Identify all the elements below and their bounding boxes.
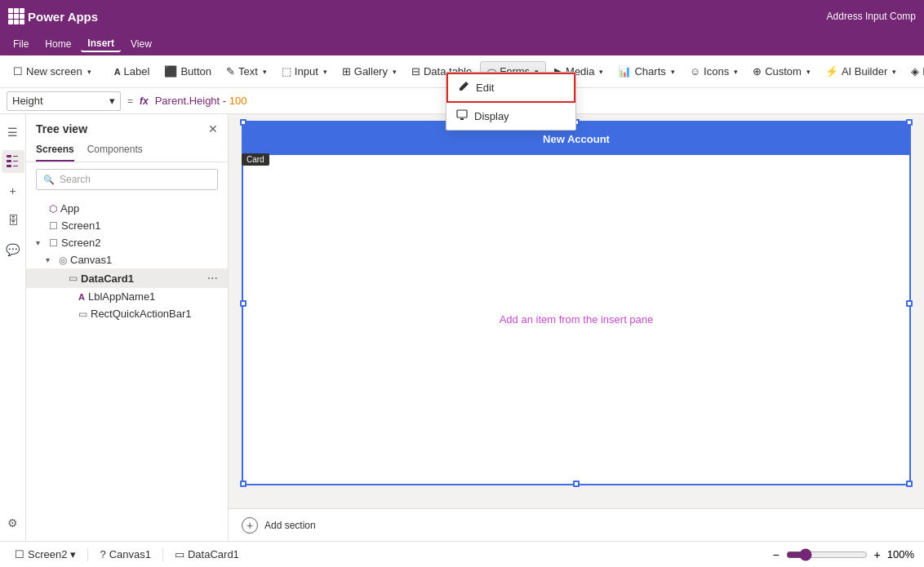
tree-node-screen1[interactable]: ☐ Screen1	[26, 217, 228, 234]
tree-tabs: Screens Components	[26, 140, 228, 162]
screen2-icon-status: ☐	[15, 548, 24, 560]
new-screen-button[interactable]: ☐ New screen ▾	[7, 62, 98, 81]
zoom-level: 100%	[887, 548, 914, 560]
main-layout: ☰ + 🗄 💬 ⚙ Tree view ✕ Screens Components…	[0, 114, 924, 541]
tree-node-lblappname1[interactable]: A LblAppName1	[26, 288, 228, 305]
status-screen2[interactable]: ☐ Screen2 ▾	[10, 547, 81, 562]
formula-property: Height	[189, 95, 220, 107]
sidebar-icon-menu[interactable]: ☰	[2, 121, 24, 144]
dropdown-edit-item[interactable]: Edit	[446, 73, 575, 103]
rect-icon: ▭	[78, 308, 87, 320]
formula-number: 100	[229, 95, 247, 107]
sidebar-icon-tree[interactable]	[2, 150, 24, 173]
form-preview[interactable]: New Account Add an item from the insert …	[242, 121, 911, 485]
address-label: Address Input Comp	[827, 11, 916, 22]
tree-node-app[interactable]: ⬡ App	[26, 200, 228, 217]
media-chevron: ▾	[599, 68, 603, 76]
ai-builder-button[interactable]: ⚡ AI Builder ▾	[819, 62, 903, 81]
text-button[interactable]: ✎ Text ▾	[220, 62, 273, 81]
svg-rect-4	[13, 161, 18, 162]
tree-close-button[interactable]: ✕	[208, 122, 218, 135]
waffle-icon[interactable]	[8, 8, 24, 24]
tab-screens[interactable]: Screens	[36, 140, 74, 162]
svg-rect-3	[13, 156, 18, 157]
add-section-label: Add section	[264, 520, 316, 531]
status-canvas1[interactable]: ? Canvas1	[95, 547, 156, 562]
charts-chevron: ▾	[671, 68, 675, 76]
label-button[interactable]: A Label	[108, 62, 157, 81]
form-header: New Account	[243, 122, 909, 155]
screen2-expand: ▾	[36, 238, 46, 247]
property-dropdown[interactable]: Height ▾	[7, 91, 121, 111]
screen1-label: Screen1	[61, 219, 218, 232]
tree-content: ⬡ App ☐ Screen1 ▾ ☐ Screen2 ▾ ◎ Canvas1	[26, 197, 228, 541]
canvas1-icon: ◎	[59, 255, 67, 266]
handle-bm	[573, 481, 580, 487]
handle-mr	[906, 300, 913, 307]
datacard1-label: DataCard1	[81, 272, 204, 285]
status-bar: ☐ Screen2 ▾ ? Canvas1 ▭ DataCard1 − + 10…	[0, 541, 924, 567]
sidebar-icon-data[interactable]: 🗄	[2, 209, 24, 232]
tree-node-rectquickactionbar1[interactable]: ▭ RectQuickActionBar1	[26, 305, 228, 322]
canvas1-expand: ▾	[46, 255, 56, 264]
status-right: − + 100%	[772, 548, 914, 561]
gallery-chevron: ▾	[393, 68, 397, 76]
input-button[interactable]: ⬚ Input ▾	[275, 62, 334, 81]
sidebar-icons: ☰ + 🗄 💬 ⚙	[0, 114, 26, 541]
add-section-bar[interactable]: + Add section	[229, 508, 924, 541]
charts-icon: 📊	[618, 65, 631, 78]
handle-br	[906, 481, 913, 487]
screen2-label: Screen2	[61, 237, 218, 249]
sidebar-icon-plus[interactable]: +	[2, 179, 24, 202]
tab-components[interactable]: Components	[87, 140, 143, 162]
tree-node-canvas1[interactable]: ▾ ◎ Canvas1	[26, 251, 228, 268]
tree-node-screen2[interactable]: ▾ ☐ Screen2	[26, 234, 228, 251]
status-sep-1	[87, 548, 88, 561]
svg-rect-0	[7, 155, 11, 157]
menu-home[interactable]: Home	[38, 37, 78, 51]
card-badge: Card	[242, 153, 269, 166]
handle-bl	[240, 481, 247, 487]
datacard1-more-button[interactable]: ···	[207, 271, 218, 286]
custom-button[interactable]: ⊕ Custom ▾	[746, 62, 817, 81]
gallery-button[interactable]: ⊞ Gallery ▾	[335, 62, 403, 81]
property-dropdown-chevron: ▾	[109, 95, 115, 107]
handle-ml	[240, 300, 247, 307]
sidebar-icon-settings[interactable]: ⚙	[2, 512, 24, 534]
icons-button[interactable]: ☺ Icons ▾	[683, 62, 744, 81]
canvas1-icon-status: ?	[100, 548, 105, 560]
dropdown-display-item[interactable]: Display	[446, 103, 575, 130]
svg-rect-7	[460, 118, 464, 120]
status-datacard1[interactable]: ▭ DataCard1	[170, 547, 244, 562]
status-screen2-chevron: ▾	[70, 548, 76, 560]
waffle-menu[interactable]	[8, 8, 24, 24]
menu-insert[interactable]: Insert	[81, 36, 121, 52]
search-box[interactable]: 🔍 Search	[36, 169, 218, 190]
app-icon: ⬡	[49, 203, 57, 215]
tree-node-datacard1[interactable]: ▭ DataCard1 ···	[26, 268, 228, 288]
custom-icon: ⊕	[753, 65, 762, 78]
search-placeholder: Search	[60, 174, 91, 185]
icons-chevron: ▾	[734, 68, 738, 76]
button-button[interactable]: ⬛ Button	[158, 62, 218, 81]
tree-panel: Tree view ✕ Screens Components 🔍 Search …	[26, 114, 229, 541]
zoom-slider[interactable]	[786, 548, 868, 561]
new-screen-chevron: ▾	[87, 68, 91, 76]
mixed-reality-button[interactable]: ◈ Mixed Reality ▾	[904, 62, 924, 81]
lbl-icon: A	[78, 292, 85, 302]
menu-view[interactable]: View	[124, 37, 158, 51]
text-chevron: ▾	[263, 68, 267, 76]
zoom-plus-button[interactable]: +	[874, 548, 881, 561]
svg-rect-1	[7, 160, 11, 162]
sidebar-icon-chat[interactable]: 💬	[2, 238, 24, 261]
tree-title: Tree view	[36, 122, 87, 135]
canvas-area[interactable]: Card New Account Add an item from the in…	[229, 114, 924, 541]
charts-button[interactable]: 📊 Charts ▾	[611, 62, 681, 81]
new-screen-icon: ☐	[13, 65, 23, 78]
search-icon: 🔍	[43, 175, 55, 185]
zoom-minus-button[interactable]: −	[772, 548, 779, 561]
menu-file[interactable]: File	[7, 37, 35, 51]
input-chevron: ▾	[323, 68, 327, 76]
handle-tl	[240, 119, 247, 126]
app-title: Power Apps	[28, 10, 98, 24]
